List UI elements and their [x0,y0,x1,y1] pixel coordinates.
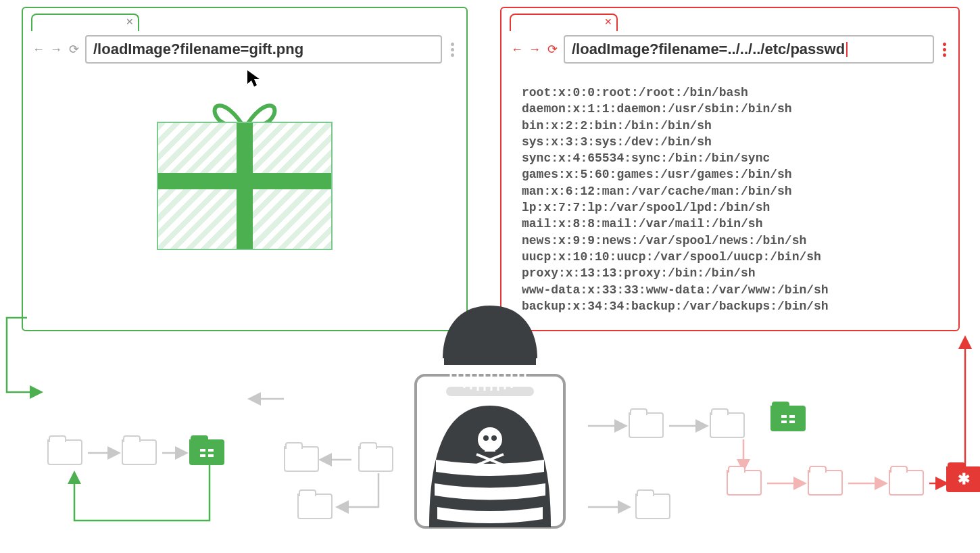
svg-rect-25 [200,452,214,454]
toolbar: ← → ⟳ /loadImage?filename=gift.png [23,31,466,71]
folder-icon [284,446,319,472]
reload-icon[interactable]: ⟳ [68,42,80,57]
svg-rect-3 [444,354,536,365]
folder-traversal-icon [889,470,924,496]
target-file-icon [770,406,806,431]
text-cursor [846,42,848,57]
passwd-file-icon: ✱ [946,466,980,492]
gift-icon [191,441,223,464]
cursor-icon [246,69,261,93]
svg-point-19 [491,435,497,441]
folder-icon [297,494,333,519]
back-icon[interactable]: ← [511,43,523,57]
gift-image [157,122,333,250]
back-icon[interactable]: ← [32,43,45,57]
target-file-icon [189,439,224,465]
folder-icon [629,412,664,438]
menu-icon[interactable] [939,43,949,57]
folder-icon [47,439,82,465]
svg-rect-2 [446,387,534,396]
forward-icon[interactable]: → [50,43,62,57]
browser-tab[interactable]: ✕ [510,14,618,31]
browser-tab[interactable]: ✕ [31,14,139,31]
folder-traversal-icon [808,470,843,496]
tab-strip: ✕ [23,8,466,31]
browser-attack: ✕ ← → ⟳ /loadImage?filename=../../../etc… [500,7,960,331]
address-bar[interactable]: /loadImage?filename=../../../etc/passwd [564,35,934,64]
address-bar[interactable]: /loadImage?filename=gift.png [85,35,442,64]
tab-strip: ✕ [501,8,958,31]
url-text: /loadImage?filename=../../../etc/passwd [572,41,845,58]
asterisk-icon: ✱ [948,468,980,491]
toolbar: ← → ⟳ /loadImage?filename=../../../etc/p… [501,31,958,71]
passwd-output: root:x:0:0:root:/root:/bin/bash daemon:x… [501,71,958,328]
svg-rect-20 [485,446,495,452]
page-content [23,71,466,301]
reload-icon[interactable]: ⟳ [546,42,558,57]
close-icon[interactable]: ✕ [126,16,134,27]
svg-point-18 [483,435,489,441]
forward-icon[interactable]: → [529,43,541,57]
folder-icon [635,494,670,519]
folder-icon [710,412,745,438]
hacker-figure [382,297,598,553]
menu-icon[interactable] [447,43,457,57]
folder-icon [358,446,393,472]
svg-rect-28 [781,418,795,420]
gift-icon [772,407,804,430]
folder-traversal-icon [727,470,762,496]
browser-safe: ✕ ← → ⟳ /loadImage?filename=gift.png [22,7,468,331]
folder-icon [122,439,157,465]
url-text: /loadImage?filename=gift.png [93,41,303,58]
close-icon[interactable]: ✕ [604,16,612,27]
